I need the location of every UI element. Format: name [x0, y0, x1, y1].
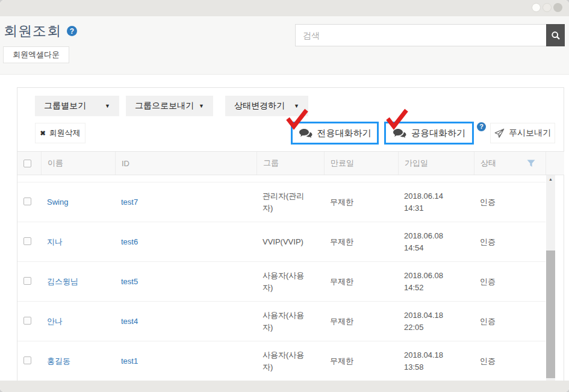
- table-row[interactable]: Swing test7 관리자(관리자) 무제한 2018.06.14 14:3…: [17, 182, 546, 222]
- member-joined-cell: 2018.06.08 14:52: [398, 270, 474, 294]
- member-status-cell: 인증: [474, 316, 546, 327]
- member-id-link[interactable]: test5: [115, 277, 257, 286]
- push-send-button[interactable]: 푸시보내기: [490, 123, 555, 143]
- dropdown-change-status[interactable]: 상태변경하기 ▼: [225, 96, 308, 116]
- row-checkbox[interactable]: [23, 356, 31, 364]
- table-row[interactable]: 안나 test4 사용자(사용자) 무제한 2018.04.18 22:05 인…: [17, 302, 546, 341]
- dropdown-label: 그룹별보기: [44, 101, 86, 111]
- member-name-link[interactable]: 홍길동: [41, 356, 115, 367]
- member-name-link[interactable]: 김스윙님: [41, 276, 115, 287]
- member-delete-button[interactable]: ✖ 회원삭제: [35, 123, 86, 143]
- column-header-expiry[interactable]: 만료일: [324, 152, 398, 175]
- member-status-cell: 인증: [474, 197, 546, 208]
- joined-date: 2018.06.08: [404, 270, 474, 282]
- member-joined-cell: 2018.04.18 13:58: [398, 349, 474, 373]
- member-joined-cell: 2018.06.08 14:54: [398, 230, 474, 254]
- member-group-cell: VVIP(VVIP): [257, 236, 324, 248]
- row-checkbox-cell: [17, 198, 41, 207]
- window-bottom-bar: [0, 381, 569, 392]
- window-dot-icon: [553, 3, 562, 12]
- table-row[interactable]: 홍길동 test1 사용자(사용자) 무제한 2018.04.18 13:58 …: [17, 341, 546, 381]
- member-id-link[interactable]: test4: [115, 317, 257, 326]
- dropdown-send-to-group[interactable]: 그룹으로보내기 ▼: [126, 96, 213, 116]
- member-expiry-cell: 무제한: [324, 316, 398, 327]
- scroll-up-arrow-icon[interactable]: ▲: [546, 177, 555, 181]
- member-id-link[interactable]: test7: [115, 198, 257, 207]
- member-id-link[interactable]: test6: [115, 237, 257, 246]
- page-header: 회원조회 ? 회원엑셀다운: [0, 16, 569, 75]
- header-checkbox-cell: [17, 152, 41, 175]
- row-checkbox[interactable]: [23, 277, 31, 285]
- column-header-id[interactable]: ID: [115, 152, 257, 175]
- column-header-joined[interactable]: 가입일: [398, 152, 474, 175]
- scrollbar-thumb[interactable]: [546, 250, 555, 378]
- x-mark-icon: ✖: [40, 129, 45, 137]
- chat-bubbles-icon: [299, 128, 312, 138]
- row-checkbox[interactable]: [23, 237, 31, 245]
- chat-help-icon[interactable]: ?: [477, 122, 486, 131]
- member-status-cell: 인증: [474, 276, 546, 287]
- table-row[interactable]: 지나 test6 VVIP(VVIP) 무제한 2018.06.08 14:54…: [17, 222, 546, 262]
- member-expiry-cell: 무제한: [324, 237, 398, 247]
- chat-bubbles-icon: [393, 128, 406, 138]
- joined-date: 2018.06.14: [404, 190, 474, 202]
- member-name-link[interactable]: 지나: [41, 237, 115, 247]
- row-checkbox-cell: [17, 356, 41, 366]
- search-button[interactable]: [546, 24, 565, 46]
- header-scrollbar-spacer: [546, 152, 564, 175]
- row-checkbox[interactable]: [23, 198, 31, 205]
- excel-download-button[interactable]: 회원엑셀다운: [3, 46, 69, 63]
- member-joined-cell: 2018.04.18 22:05: [398, 310, 474, 334]
- member-status-cell: 인증: [474, 356, 546, 367]
- member-id-link[interactable]: test1: [115, 356, 257, 366]
- member-group-cell: 관리자(관리자): [257, 190, 324, 214]
- member-expiry-cell: 무제한: [324, 356, 398, 367]
- private-chat-button[interactable]: 전용대화하기: [291, 122, 379, 145]
- joined-time: 14:31: [404, 202, 474, 214]
- chevron-down-icon: ▼: [294, 103, 299, 109]
- window-titlebar: [0, 0, 569, 16]
- search-bar: [295, 24, 565, 46]
- paper-plane-icon: [494, 128, 505, 138]
- window-dot-icon: [532, 3, 541, 12]
- dropdown-label: 상태변경하기: [234, 101, 285, 111]
- member-name-link[interactable]: 안나: [41, 316, 115, 327]
- search-input[interactable]: [295, 24, 546, 46]
- table-header: 이름 ID 그룹 만료일 가입일 상태: [17, 151, 564, 175]
- row-checkbox-cell: [17, 277, 41, 287]
- table-row[interactable]: 김스윙님 test5 사용자(사용자) 무제한 2018.06.08 14:52…: [17, 262, 546, 302]
- page-title: 회원조회: [4, 22, 61, 40]
- member-group-cell: 사용자(사용자): [257, 270, 324, 294]
- joined-time: 22:05: [404, 322, 474, 334]
- chevron-down-icon: ▼: [105, 103, 110, 109]
- member-delete-label: 회원삭제: [49, 128, 81, 138]
- dropdown-view-by-group[interactable]: 그룹별보기 ▼: [35, 96, 119, 116]
- help-icon[interactable]: ?: [67, 26, 77, 36]
- column-header-name[interactable]: 이름: [41, 152, 115, 175]
- partial-scrolled-row: [17, 175, 546, 182]
- member-joined-cell: 2018.06.14 14:31: [398, 190, 474, 214]
- column-header-status[interactable]: 상태: [474, 152, 546, 175]
- member-list-panel: 그룹별보기 ▼ 그룹으로보내기 ▼ 상태변경하기 ▼ ✖ 회원삭제 전용대화하기: [17, 87, 564, 381]
- column-header-group[interactable]: 그룹: [257, 152, 324, 175]
- status-header-label: 상태: [480, 158, 496, 169]
- row-checkbox[interactable]: [23, 317, 31, 325]
- joined-date: 2018.04.18: [404, 310, 474, 322]
- row-checkbox-cell: [17, 317, 41, 326]
- filter-funnel-icon[interactable]: [527, 160, 535, 167]
- chevron-down-icon: ▼: [199, 103, 204, 109]
- member-group-cell: 사용자(사용자): [257, 310, 324, 334]
- app-window: 회원조회 ? 회원엑셀다운 그룹별보기 ▼ 그룹으로보내기 ▼ 상태변경하기: [0, 0, 569, 392]
- select-all-checkbox[interactable]: [23, 160, 31, 167]
- joined-date: 2018.06.08: [404, 230, 474, 242]
- joined-time: 13:58: [404, 361, 474, 373]
- table-scrollbar[interactable]: ▲: [546, 175, 555, 381]
- dropdown-label: 그룹으로보내기: [135, 101, 194, 111]
- joined-time: 14:54: [404, 242, 474, 254]
- public-chat-label: 공용대화하기: [411, 128, 465, 139]
- public-chat-button[interactable]: 공용대화하기: [384, 122, 474, 145]
- window-dot-icon: [543, 3, 552, 12]
- member-group-cell: 사용자(사용자): [257, 349, 324, 373]
- member-expiry-cell: 무제한: [324, 276, 398, 287]
- member-name-link[interactable]: Swing: [41, 198, 115, 207]
